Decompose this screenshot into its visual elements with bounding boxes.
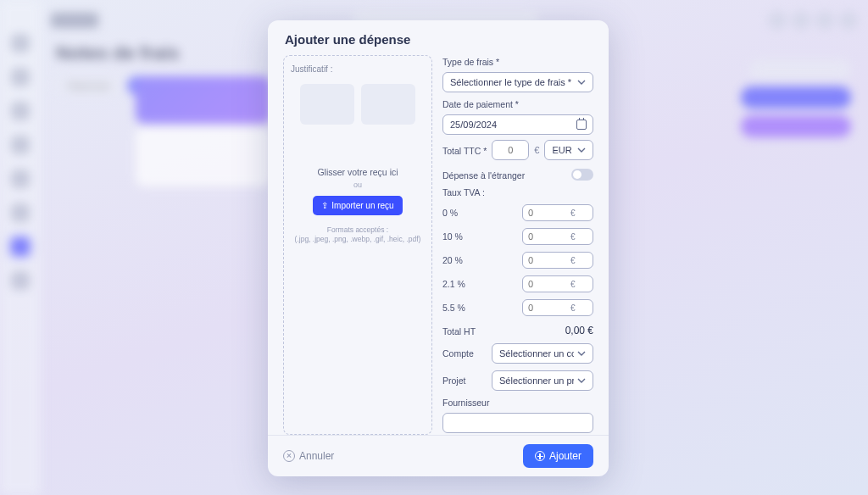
close-icon [283, 450, 295, 462]
dropzone-label: Justificatif : [291, 64, 332, 74]
total-ttc-input[interactable] [492, 140, 529, 160]
tab-depenses: Dépenses [56, 76, 122, 95]
formats-label: Formats acceptés : [295, 225, 421, 235]
submit-label: Ajouter [549, 450, 581, 462]
currency-select[interactable]: EUR [544, 140, 593, 160]
dropzone-drag-text: Glisser votre reçu ici [317, 167, 398, 177]
add-expense-modal: Ajouter une dépense Justificatif : Gliss… [268, 20, 609, 476]
compte-select[interactable]: Sélectionner un compte [492, 343, 593, 364]
tva-input-0[interactable] [528, 208, 570, 218]
fournisseur-label: Fournisseur [442, 398, 593, 408]
total-ht-value: 0,00 € [565, 325, 593, 336]
modal-title: Ajouter une dépense [285, 32, 592, 47]
foreign-label: Dépense à l'étranger [442, 170, 525, 181]
fournisseur-input[interactable] [442, 413, 593, 433]
compte-label: Compte [442, 348, 485, 359]
page-title: Notes de frais [56, 42, 180, 64]
dropzone-or: ou [353, 181, 362, 189]
nav-sidebar [0, 0, 41, 495]
cancel-label: Annuler [299, 450, 334, 462]
tva-input-20[interactable] [528, 255, 570, 265]
date-input[interactable] [442, 114, 593, 135]
foreign-toggle[interactable] [571, 169, 593, 181]
cancel-button[interactable]: Annuler [283, 450, 334, 462]
plus-icon [535, 451, 545, 461]
date-label: Date de paiement [442, 99, 593, 109]
import-receipt-button[interactable]: ⇪ Importer un reçu [313, 196, 402, 215]
projet-label: Projet [442, 375, 485, 386]
upload-icon: ⇪ [321, 201, 328, 210]
currency-symbol: € [534, 145, 539, 155]
submit-button[interactable]: Ajouter [523, 444, 593, 468]
tva-input-21[interactable] [528, 279, 570, 289]
formats-list: (.jpg, .jpeg, .png, .webp, .gif, .heic, … [295, 235, 421, 244]
receipt-thumb [300, 84, 354, 125]
tva-input-55[interactable] [528, 303, 570, 313]
tva-rate-20: 20 % [442, 255, 476, 265]
type-select[interactable]: Sélectionner le type de frais * [442, 72, 593, 92]
total-ttc-label: Total TTC [442, 146, 487, 156]
tva-rate-0: 0 % [442, 208, 476, 218]
tva-input-10[interactable] [528, 231, 570, 242]
type-label: Type de frais [442, 57, 593, 67]
tva-rate-55: 5.5 % [442, 303, 476, 313]
receipt-dropzone[interactable]: Justificatif : Glisser votre reçu ici ou… [283, 55, 432, 435]
tva-rate-10: 10 % [442, 231, 476, 242]
projet-select[interactable]: Sélectionner un projet [492, 370, 593, 391]
import-button-label: Importer un reçu [331, 201, 393, 210]
receipt-thumb [361, 84, 415, 125]
tva-label: Taux TVA : [442, 187, 593, 197]
expense-form: Type de frais Sélectionner le type de fr… [442, 55, 598, 435]
tva-rate-21: 2.1 % [442, 279, 476, 289]
total-ht-label: Total HT [442, 326, 476, 336]
